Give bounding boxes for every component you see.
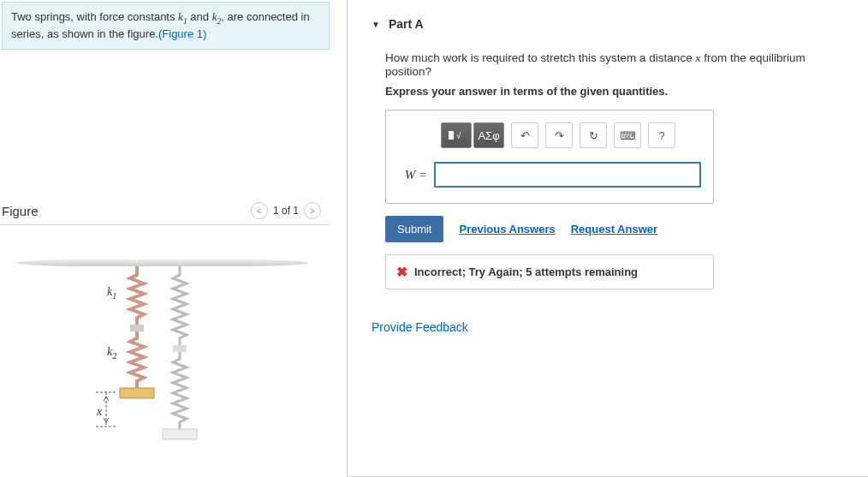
- templates-button[interactable]: √: [441, 122, 472, 148]
- svg-rect-10: [163, 429, 197, 439]
- keyboard-button[interactable]: ⌨: [614, 122, 641, 148]
- svg-rect-1: [120, 388, 154, 398]
- problem-text: Two springs, with force constants: [11, 10, 178, 23]
- k2-label: k2: [107, 345, 116, 361]
- feedback-box: ✖ Incorrect; Try Again; 5 attempts remai…: [385, 254, 714, 289]
- part-header[interactable]: ▼ Part A: [348, 0, 868, 39]
- redo-button[interactable]: ↷: [545, 122, 573, 148]
- provide-feedback-link[interactable]: Provide Feedback: [372, 320, 868, 334]
- answer-variable-label: W =: [398, 168, 427, 182]
- previous-answers-link[interactable]: Previous Answers: [459, 223, 555, 236]
- part-title: Part A: [389, 17, 424, 31]
- svg-rect-0: [130, 325, 144, 331]
- answer-input[interactable]: [434, 162, 701, 188]
- answer-toolbar: √ ΑΣφ ↶ ↷ ↻ ⌨ ?: [441, 122, 701, 148]
- feedback-text: Incorrect; Try Again; 5 attempts remaini…: [414, 265, 638, 278]
- figure-link[interactable]: (Figure 1): [158, 27, 206, 40]
- x-label: x: [97, 405, 102, 419]
- request-answer-link[interactable]: Request Answer: [571, 223, 657, 236]
- figure-image: k1 k2 x: [0, 225, 338, 448]
- greek-button[interactable]: ΑΣφ: [473, 122, 504, 148]
- collapse-icon: ▼: [372, 20, 380, 29]
- undo-button[interactable]: ↶: [511, 122, 538, 148]
- k1-label: k1: [107, 285, 116, 301]
- figure-prev-button[interactable]: <: [251, 202, 268, 219]
- figure-title: Figure: [2, 204, 39, 218]
- instruction-text: Express your answer in terms of the give…: [348, 85, 868, 110]
- answer-box: √ ΑΣφ ↶ ↷ ↻ ⌨ ? W =: [385, 110, 714, 204]
- figure-svg: [17, 259, 308, 456]
- svg-rect-11: [449, 131, 454, 140]
- svg-rect-9: [173, 345, 187, 352]
- problem-statement: Two springs, with force constants k1 and…: [2, 2, 330, 50]
- and-text: and: [187, 10, 212, 23]
- figure-counter: 1 of 1: [273, 205, 299, 217]
- reset-button[interactable]: ↻: [580, 122, 607, 148]
- figure-next-button[interactable]: >: [304, 202, 321, 219]
- submit-button[interactable]: Submit: [385, 216, 443, 242]
- help-button[interactable]: ?: [648, 122, 675, 148]
- svg-text:√: √: [456, 131, 461, 140]
- figure-nav: < 1 of 1 >: [251, 202, 321, 219]
- incorrect-icon: ✖: [396, 264, 407, 280]
- question-text: How much work is required to stretch thi…: [348, 39, 868, 85]
